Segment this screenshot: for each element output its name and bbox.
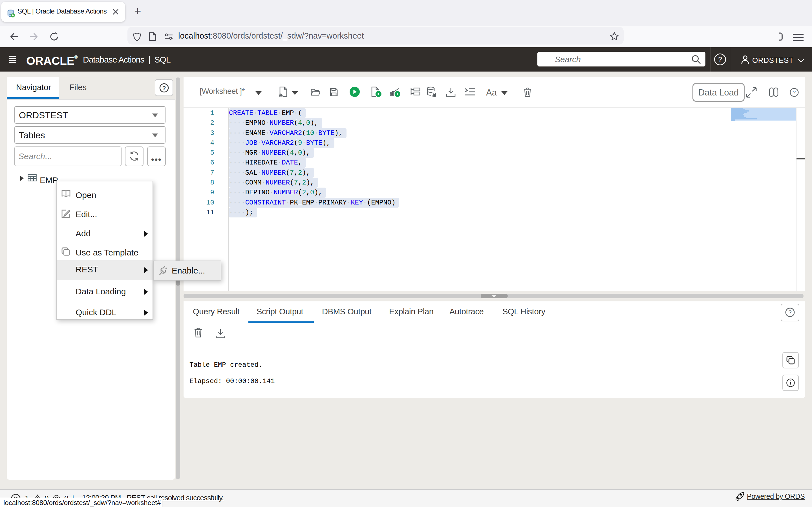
- svg-text:?: ?: [162, 85, 166, 91]
- svg-text:?: ?: [788, 309, 792, 316]
- svg-text:?: ?: [793, 90, 796, 96]
- svg-text:?: ?: [718, 55, 722, 64]
